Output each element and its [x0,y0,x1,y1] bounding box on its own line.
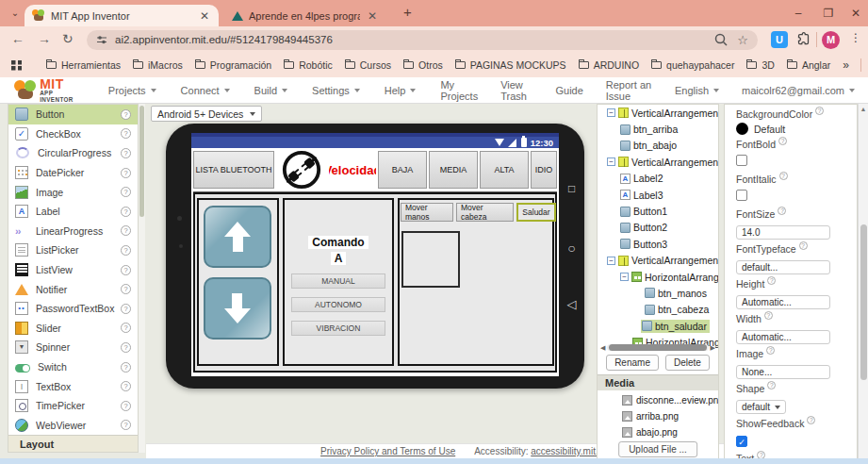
tree-node-btn-abajo[interactable]: btn_abajo [598,138,718,154]
help-icon[interactable]: ? [767,276,776,285]
fonttypeface-input[interactable] [736,260,830,274]
btn-abajo-down-button[interactable] [204,277,271,340]
palette-item-passwordtextbox[interactable]: ••PasswordTextBox? [8,299,138,319]
help-icon[interactable]: ? [121,401,131,411]
privacy-link[interactable]: Privacy Policy and Terms of Use [320,446,455,456]
btn-cabeza-button[interactable]: Mover cabeza [456,203,514,222]
help-icon[interactable]: ? [121,187,131,197]
tree-node-btn-manos[interactable]: btn_manos [598,285,718,301]
bookmark-folder[interactable]: iMacros [133,59,183,71]
help-icon[interactable]: ? [121,323,131,333]
media-file[interactable]: arriba.png [622,411,679,422]
idioma-button[interactable]: IDIO [531,151,557,189]
tree-node-label2[interactable]: ALabel2 [598,171,718,187]
showfeedback-checkbox[interactable]: ✓ [736,436,747,447]
link-my-projects[interactable]: My Projects [440,79,478,102]
tab-close-icon[interactable]: ✕ [366,9,379,23]
palette-item-linearprogress[interactable]: ››LinearProgress? [8,222,138,241]
help-icon[interactable]: ? [807,416,815,424]
properties-scrollbar[interactable]: ▲ [858,104,868,458]
collapse-icon[interactable]: − [607,257,615,265]
help-icon[interactable]: ? [121,168,131,178]
alta-button[interactable]: ALTA [480,151,529,189]
apps-grid-icon[interactable] [11,60,22,71]
palette-item-notifier[interactable]: Notifier? [8,279,138,299]
bookmark-folder[interactable]: Otros [403,59,443,71]
palette-item-timepicker[interactable]: TimePicker? [8,396,138,416]
account-menu[interactable]: maicolr62@gmail.com [742,85,855,96]
bookmark-folder[interactable]: PAGINAS MOCKUPS [455,59,566,71]
help-icon[interactable]: ? [766,346,775,355]
tree-node-btn-arriba[interactable]: btn_arriba [598,121,718,137]
help-icon[interactable]: ? [815,107,824,115]
search-icon[interactable] [714,33,728,46]
autonomo-button[interactable]: AUTONOMO [291,297,385,312]
tree-node-label3[interactable]: ALabel3 [598,187,718,203]
menu-projects[interactable]: Projects [108,85,156,96]
tree-node-button3[interactable]: Button3 [598,236,718,252]
link-report-issue[interactable]: Report an Issue [606,79,652,102]
help-icon[interactable]: ? [121,225,131,236]
help-icon[interactable]: ? [121,362,131,373]
upload-file-button[interactable]: Upload File ... [618,441,697,457]
tree-node-btn-cabeza[interactable]: btn_cabeza [598,302,718,318]
menu-settings[interactable]: Settings [312,85,360,96]
collapse-icon[interactable]: − [607,108,615,117]
help-icon[interactable]: ? [121,304,131,314]
palette-item-circularprogress[interactable]: CircularProgress? [8,143,138,163]
tree-node-vertical-arrangement[interactable]: −VerticalArrangemen [598,154,718,170]
tree-node-btn-saludar-selected[interactable]: btn_saludar [598,318,718,334]
bookmark-folder[interactable]: Anglar [787,59,830,71]
help-icon[interactable]: ? [121,265,131,275]
device-size-selector[interactable]: Android 5+ Devices [151,106,262,122]
browser-tab-inactive[interactable]: Aprende en 4lpes programació ✕ [224,5,386,26]
window-maximize-button[interactable]: ❐ [814,0,843,26]
shape-dropdown[interactable]: default [736,400,786,414]
bookmark-folder[interactable]: 3D [746,59,774,71]
menu-build[interactable]: Build [254,85,287,96]
help-icon[interactable]: ? [121,109,131,120]
profile-avatar[interactable]: M [822,31,840,49]
btn-saludar-button[interactable]: Saludar [516,203,556,222]
tree-node-button2[interactable]: Button2 [598,220,718,236]
scroll-right-icon[interactable]: ▶ [711,344,715,352]
help-icon[interactable]: ? [121,342,131,353]
help-icon[interactable]: ? [121,284,131,294]
help-icon[interactable]: ? [764,311,773,320]
help-icon[interactable]: ? [121,381,131,391]
window-close-button[interactable]: ✕ [842,0,868,26]
help-icon[interactable]: ? [121,148,131,158]
media-file[interactable]: abajo.png [622,427,678,438]
vibracion-button[interactable]: VIBRACION [291,321,385,336]
tree-node-horizontal-arrangement[interactable]: −HorizontalArrang [598,269,718,285]
url-text[interactable]: ai2.appinventor.mit.edu/#512417984944537… [115,34,714,45]
fontsize-input[interactable] [736,225,830,240]
browser-menu-icon[interactable]: ⋮ [850,31,861,44]
bookmark-folder[interactable]: Herramientas [46,59,121,71]
baja-button[interactable]: BAJA [378,151,427,189]
forward-icon[interactable]: → [38,31,51,46]
bookmark-star-icon[interactable]: ☆ [737,33,748,47]
palette-item-spinner[interactable]: ▼Spinner? [8,338,138,357]
ublock-extension-icon[interactable]: U [771,31,788,48]
help-icon[interactable]: ? [121,207,131,217]
help-icon[interactable]: ? [121,420,131,430]
palette-item-button[interactable]: Button? [8,105,138,124]
bookmarks-overflow-chevron[interactable]: » [843,58,849,72]
tree-node-vertical-arrangement[interactable]: −VerticalArrangemen [598,253,718,269]
tab-close-icon[interactable]: ✕ [198,9,211,23]
language-selector[interactable]: English [675,85,719,96]
btn-manos-button[interactable]: Mover manos [401,203,453,222]
palette-scrollbar[interactable] [139,104,145,453]
lista-bluetooth-button[interactable]: LISTA BLUETOOTH [193,151,274,189]
help-icon[interactable]: ? [779,172,788,180]
bookmark-folder[interactable]: ARDUINO [579,59,639,71]
palette-item-webviewer[interactable]: WebViewer? [8,416,138,436]
btn-arriba-up-button[interactable] [204,206,271,268]
palette-section-layout[interactable]: Layout [8,435,138,452]
help-icon[interactable]: ? [778,137,787,145]
refresh-icon[interactable]: ↻ [62,31,74,46]
extensions-puzzle-icon[interactable] [796,32,811,46]
help-icon[interactable]: ? [778,207,786,215]
menu-connect[interactable]: Connect [181,85,230,96]
